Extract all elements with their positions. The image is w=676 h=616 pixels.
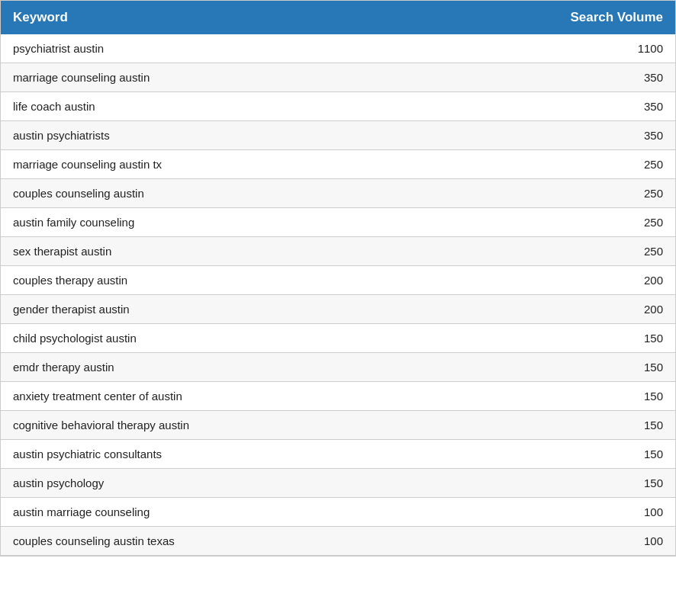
table-row: child psychologist austin150 xyxy=(1,324,675,353)
volume-cell: 200 xyxy=(427,266,675,295)
keyword-cell: psychiatrist austin xyxy=(1,34,427,63)
keyword-cell: emdr therapy austin xyxy=(1,353,427,382)
keyword-cell: austin psychiatric consultants xyxy=(1,440,427,469)
volume-cell: 250 xyxy=(427,208,675,237)
keyword-cell: marriage counseling austin xyxy=(1,63,427,92)
volume-cell: 150 xyxy=(427,382,675,411)
table-row: marriage counseling austin tx250 xyxy=(1,150,675,179)
table-row: austin psychiatrists350 xyxy=(1,121,675,150)
keyword-cell: austin family counseling xyxy=(1,208,427,237)
keyword-cell: austin marriage counseling xyxy=(1,498,427,527)
volume-cell: 150 xyxy=(427,324,675,353)
volume-cell: 200 xyxy=(427,295,675,324)
volume-cell: 150 xyxy=(427,353,675,382)
keyword-cell: sex therapist austin xyxy=(1,237,427,266)
table-row: sex therapist austin250 xyxy=(1,237,675,266)
keyword-cell: couples counseling austin texas xyxy=(1,527,427,556)
volume-cell: 250 xyxy=(427,150,675,179)
table-row: austin family counseling250 xyxy=(1,208,675,237)
volume-cell: 250 xyxy=(427,237,675,266)
volume-column-header: Search Volume xyxy=(427,1,675,34)
volume-cell: 100 xyxy=(427,498,675,527)
volume-cell: 150 xyxy=(427,411,675,440)
table-row: marriage counseling austin350 xyxy=(1,63,675,92)
table-row: couples counseling austin texas100 xyxy=(1,527,675,556)
keyword-table-container: Keyword Search Volume psychiatrist austi… xyxy=(0,0,676,557)
keyword-cell: life coach austin xyxy=(1,92,427,121)
table-row: life coach austin350 xyxy=(1,92,675,121)
keyword-cell: anxiety treatment center of austin xyxy=(1,382,427,411)
table-row: psychiatrist austin1100 xyxy=(1,34,675,63)
table-header-row: Keyword Search Volume xyxy=(1,1,675,34)
keyword-cell: marriage counseling austin tx xyxy=(1,150,427,179)
table-row: emdr therapy austin150 xyxy=(1,353,675,382)
volume-cell: 350 xyxy=(427,63,675,92)
volume-cell: 1100 xyxy=(427,34,675,63)
volume-cell: 150 xyxy=(427,469,675,498)
keyword-cell: austin psychiatrists xyxy=(1,121,427,150)
keyword-cell: austin psychology xyxy=(1,469,427,498)
table-row: cognitive behavioral therapy austin150 xyxy=(1,411,675,440)
keyword-table: Keyword Search Volume psychiatrist austi… xyxy=(1,1,675,556)
keyword-cell: cognitive behavioral therapy austin xyxy=(1,411,427,440)
table-row: couples therapy austin200 xyxy=(1,266,675,295)
table-row: couples counseling austin250 xyxy=(1,179,675,208)
keyword-cell: child psychologist austin xyxy=(1,324,427,353)
keyword-cell: couples counseling austin xyxy=(1,179,427,208)
table-row: anxiety treatment center of austin150 xyxy=(1,382,675,411)
table-row: austin marriage counseling100 xyxy=(1,498,675,527)
table-row: gender therapist austin200 xyxy=(1,295,675,324)
table-row: austin psychology150 xyxy=(1,469,675,498)
keyword-column-header: Keyword xyxy=(1,1,427,34)
keyword-cell: couples therapy austin xyxy=(1,266,427,295)
volume-cell: 150 xyxy=(427,440,675,469)
volume-cell: 250 xyxy=(427,179,675,208)
volume-cell: 350 xyxy=(427,121,675,150)
keyword-cell: gender therapist austin xyxy=(1,295,427,324)
table-row: austin psychiatric consultants150 xyxy=(1,440,675,469)
volume-cell: 100 xyxy=(427,527,675,556)
volume-cell: 350 xyxy=(427,92,675,121)
